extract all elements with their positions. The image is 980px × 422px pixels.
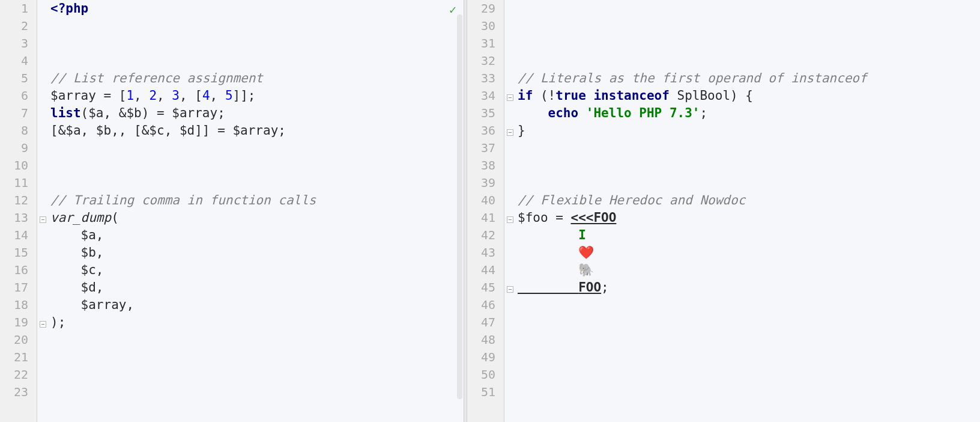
code-line[interactable]: $b, [50,244,464,261]
line-number[interactable]: 8 [0,122,37,139]
code-line[interactable]: $a, [50,227,464,244]
line-number[interactable]: 11 [0,174,37,192]
fold-open-icon[interactable] [507,216,513,223]
fold-end-icon[interactable] [507,129,513,136]
code-line[interactable]: FOO; [518,279,980,296]
line-number[interactable]: 44 [467,261,504,279]
fold-end-icon[interactable] [507,286,513,293]
code-line[interactable] [50,349,464,366]
line-gutter-right[interactable]: 2930313233343536373839404142434445464748… [467,0,504,422]
code-line[interactable]: ❤️ [518,244,980,261]
code-line[interactable]: $d, [50,279,464,296]
line-number[interactable]: 42 [467,227,504,244]
code-line[interactable] [50,174,464,192]
code-line[interactable] [50,331,464,349]
line-number[interactable]: 2 [0,17,37,35]
code-line[interactable] [518,314,980,331]
code-line[interactable]: ); [50,314,464,331]
fold-end-icon[interactable] [40,321,46,328]
line-number[interactable]: 16 [0,261,37,279]
code-line[interactable]: // List reference assignment [50,70,464,87]
line-number[interactable]: 51 [467,384,504,401]
code-line[interactable] [50,52,464,70]
code-line[interactable] [518,35,980,52]
line-number[interactable]: 50 [467,366,504,384]
code-line[interactable] [50,17,464,35]
code-line[interactable] [518,349,980,366]
line-number[interactable]: 37 [467,139,504,157]
line-number[interactable]: 15 [0,244,37,261]
code-line[interactable]: if (!true instanceof SplBool) { [518,87,980,105]
line-number[interactable]: 14 [0,227,37,244]
line-number[interactable]: 32 [467,52,504,70]
line-gutter-left[interactable]: 1234567891011121314151617181920212223 [0,0,37,422]
code-line[interactable] [518,52,980,70]
code-line[interactable]: echo 'Hello PHP 7.3'; [518,105,980,122]
line-number[interactable]: 20 [0,331,37,349]
line-number[interactable]: 18 [0,296,37,314]
line-number[interactable]: 34 [467,87,504,105]
line-number[interactable]: 35 [467,105,504,122]
line-number[interactable]: 5 [0,70,37,87]
code-line[interactable] [518,366,980,384]
line-number[interactable]: 43 [467,244,504,261]
code-line[interactable]: } [518,122,980,139]
line-number[interactable]: 38 [467,157,504,174]
line-number[interactable]: 4 [0,52,37,70]
line-number[interactable]: 49 [467,349,504,366]
line-number[interactable]: 31 [467,35,504,52]
line-number[interactable]: 45 [467,279,504,296]
code-line[interactable] [50,366,464,384]
code-line[interactable]: // Trailing comma in function calls [50,192,464,209]
code-line[interactable]: // Literals as the first operand of inst… [518,70,980,87]
fold-open-icon[interactable] [507,94,513,101]
line-number[interactable]: 19 [0,314,37,331]
line-number[interactable]: 40 [467,192,504,209]
line-number[interactable]: 47 [467,314,504,331]
fold-column-right[interactable] [504,0,515,422]
line-number[interactable]: 21 [0,349,37,366]
code-line[interactable] [50,139,464,157]
line-number[interactable]: 3 [0,35,37,52]
code-line[interactable] [50,384,464,401]
line-number[interactable]: 29 [467,0,504,17]
line-number[interactable]: 12 [0,192,37,209]
code-line[interactable] [518,0,980,17]
line-number[interactable]: 6 [0,87,37,105]
code-line[interactable] [50,35,464,52]
line-number[interactable]: 48 [467,331,504,349]
code-line[interactable] [518,384,980,401]
line-number[interactable]: 46 [467,296,504,314]
code-line[interactable]: // Flexible Heredoc and Nowdoc [518,192,980,209]
code-line[interactable]: [&$a, $b,, [&$c, $d]] = $array; [50,122,464,139]
line-number[interactable]: 41 [467,209,504,227]
code-line[interactable]: $array = [1, 2, 3, [4, 5]]; [50,87,464,105]
code-line[interactable] [518,296,980,314]
line-number[interactable]: 1 [0,0,37,17]
code-line[interactable]: var_dump( [50,209,464,227]
code-line[interactable]: $foo = <<<FOO [518,209,980,227]
line-number[interactable]: 30 [467,17,504,35]
line-number[interactable]: 36 [467,122,504,139]
code-line[interactable] [518,17,980,35]
line-number[interactable]: 17 [0,279,37,296]
fold-open-icon[interactable] [40,216,46,223]
code-line[interactable]: $array, [50,296,464,314]
code-line[interactable] [518,157,980,174]
line-number[interactable]: 7 [0,105,37,122]
code-line[interactable]: <?php [50,0,464,17]
code-area-left[interactable]: ✓ <?php // List reference assignment$arr… [48,0,464,422]
code-area-right[interactable]: // Literals as the first operand of inst… [515,0,980,422]
line-number[interactable]: 33 [467,70,504,87]
code-line[interactable] [518,331,980,349]
code-line[interactable]: list($a, &$b) = $array; [50,105,464,122]
code-line[interactable]: $c, [50,261,464,279]
line-number[interactable]: 23 [0,384,37,401]
code-line[interactable]: I [518,227,980,244]
code-line[interactable] [518,139,980,157]
code-line[interactable] [518,174,980,192]
line-number[interactable]: 22 [0,366,37,384]
scrollbar-thumb-left[interactable] [457,14,462,399]
line-number[interactable]: 9 [0,139,37,157]
line-number[interactable]: 39 [467,174,504,192]
